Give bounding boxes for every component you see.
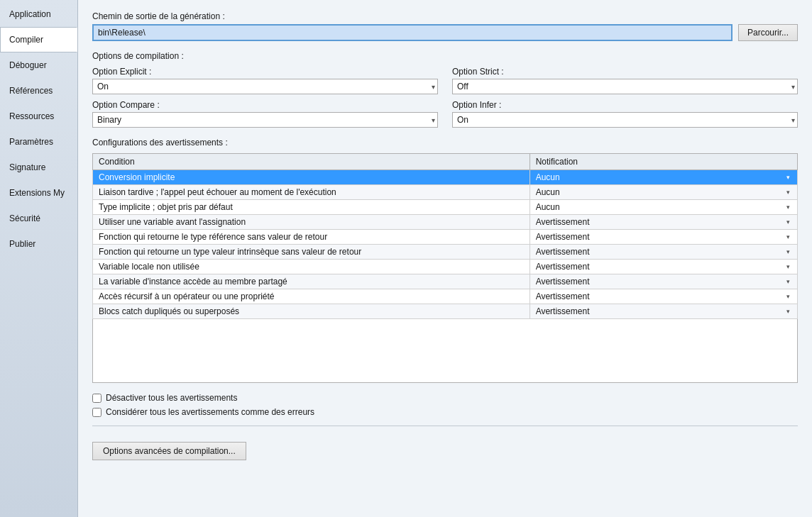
notification-cell[interactable]: AucunAvertissementErreur▾ xyxy=(530,245,797,260)
sidebar-item-debugger[interactable]: Déboguer xyxy=(0,52,77,78)
notification-cell[interactable]: AucunAvertissementErreur▾ xyxy=(530,304,797,319)
notification-select[interactable]: AucunAvertissementErreur xyxy=(536,291,791,301)
notification-select[interactable]: AucunAvertissementErreur xyxy=(536,247,791,257)
notification-select[interactable]: AucunAvertissementErreur xyxy=(536,172,791,182)
option-infer-label: Option Infer : xyxy=(452,100,798,110)
option-strict-select-wrapper: Off On ▾ xyxy=(452,79,798,94)
table-row[interactable]: Utiliser une variable avant l'assignatio… xyxy=(93,215,798,230)
path-input[interactable] xyxy=(92,24,733,41)
notification-select-wrapper: AucunAvertissementErreur▾ xyxy=(536,172,791,182)
table-row[interactable]: Accès récursif à un opérateur ou une pro… xyxy=(93,289,798,304)
option-explicit-select-wrapper: On Off ▾ xyxy=(92,79,438,94)
th-condition: Condition xyxy=(93,154,530,170)
browse-button[interactable]: Parcourir... xyxy=(738,24,798,41)
notification-cell[interactable]: AucunAvertissementErreur▾ xyxy=(530,274,797,289)
option-infer-select[interactable]: On Off xyxy=(452,112,798,128)
notification-select-wrapper: AucunAvertissementErreur▾ xyxy=(536,247,791,257)
notification-select-wrapper: AucunAvertissementErreur▾ xyxy=(536,291,791,301)
table-row[interactable]: Conversion impliciteAucunAvertissementEr… xyxy=(93,170,798,185)
option-strict-select[interactable]: Off On xyxy=(452,79,798,94)
condition-cell: La variable d'instance accède au membre … xyxy=(93,274,530,289)
path-group: Chemin de sortie de la génération : Parc… xyxy=(92,11,798,41)
sidebar-item-parameters[interactable]: Paramètres xyxy=(0,129,77,155)
treat-as-errors-label[interactable]: Considérer tous les avertissements comme… xyxy=(106,407,314,417)
sidebar-item-compiler[interactable]: Compiler xyxy=(0,27,77,52)
condition-cell: Variable locale non utilisée xyxy=(93,260,530,274)
notification-select[interactable]: AucunAvertissementErreur xyxy=(536,262,791,272)
option-compare-select-wrapper: Binary Text ▾ xyxy=(92,112,438,128)
notification-select-wrapper: AucunAvertissementErreur▾ xyxy=(536,187,791,197)
notification-select[interactable]: AucunAvertissementErreur xyxy=(536,306,791,316)
condition-cell: Fonction qui retourne le type référence … xyxy=(93,230,530,245)
option-explicit-label: Option Explicit : xyxy=(92,67,438,77)
notification-cell[interactable]: AucunAvertissementErreur▾ xyxy=(530,260,797,274)
notification-select-wrapper: AucunAvertissementErreur▾ xyxy=(536,262,791,272)
option-strict-row: Option Strict : Off On ▾ xyxy=(452,67,798,94)
notification-select[interactable]: AucunAvertissementErreur xyxy=(536,277,791,287)
notification-select-wrapper: AucunAvertissementErreur▾ xyxy=(536,232,791,242)
notification-select-wrapper: AucunAvertissementErreur▾ xyxy=(536,202,791,212)
table-row[interactable]: Type implicite ; objet pris par défautAu… xyxy=(93,200,798,215)
notification-select-wrapper: AucunAvertissementErreur▾ xyxy=(536,217,791,227)
condition-cell: Fonction qui retourne un type valeur int… xyxy=(93,245,530,260)
notification-cell[interactable]: AucunAvertissementErreur▾ xyxy=(530,200,797,215)
table-row[interactable]: Variable locale non utiliséeAucunAvertis… xyxy=(93,260,798,274)
table-row[interactable]: La variable d'instance accède au membre … xyxy=(93,274,798,289)
condition-cell: Blocs catch dupliqués ou superposés xyxy=(93,304,530,319)
path-row: Parcourir... xyxy=(92,24,798,41)
sidebar-item-extensions[interactable]: Extensions My xyxy=(0,180,77,206)
treat-as-errors-row: Considérer tous les avertissements comme… xyxy=(92,407,798,417)
option-compare-row: Option Compare : Binary Text ▾ xyxy=(92,100,438,128)
treat-as-errors-checkbox[interactable] xyxy=(92,408,102,417)
sidebar: Application Compiler Déboguer Références… xyxy=(0,0,78,517)
compilation-options-title: Options de compilation : xyxy=(92,51,798,61)
disable-all-label[interactable]: Désactiver tous les avertissements xyxy=(106,393,237,403)
sidebar-item-resources[interactable]: Ressources xyxy=(0,104,77,129)
table-row[interactable]: Fonction qui retourne un type valeur int… xyxy=(93,245,798,260)
notification-cell[interactable]: AucunAvertissementErreur▾ xyxy=(530,170,797,185)
notification-select[interactable]: AucunAvertissementErreur xyxy=(536,187,791,197)
sidebar-item-signature[interactable]: Signature xyxy=(0,155,77,180)
disable-warnings-row: Désactiver tous les avertissements xyxy=(92,393,798,403)
options-grid: Option Explicit : On Off ▾ Option Strict… xyxy=(92,67,798,128)
condition-cell: Conversion implicite xyxy=(93,170,530,185)
warnings-title: Configurations des avertissements : xyxy=(92,138,798,148)
option-infer-select-wrapper: On Off ▾ xyxy=(452,112,798,128)
sidebar-item-application[interactable]: Application xyxy=(0,1,77,27)
condition-cell: Type implicite ; objet pris par défaut xyxy=(93,200,530,215)
disable-all-checkbox[interactable] xyxy=(92,394,102,403)
option-compare-select[interactable]: Binary Text xyxy=(92,112,438,128)
table-row[interactable]: Blocs catch dupliqués ou superposésAucun… xyxy=(93,304,798,319)
option-infer-row: Option Infer : On Off ▾ xyxy=(452,100,798,128)
th-notification: Notification xyxy=(530,154,797,170)
warnings-table: Condition Notification Conversion implic… xyxy=(92,153,798,319)
table-row[interactable]: Fonction qui retourne le type référence … xyxy=(93,230,798,245)
notification-cell[interactable]: AucunAvertissementErreur▾ xyxy=(530,185,797,200)
warnings-section: Configurations des avertissements : Cond… xyxy=(92,138,798,383)
condition-cell: Utiliser une variable avant l'assignatio… xyxy=(93,215,530,230)
condition-cell: Liaison tardive ; l'appel peut échouer a… xyxy=(93,185,530,200)
notification-select-wrapper: AucunAvertissementErreur▾ xyxy=(536,306,791,316)
path-label: Chemin de sortie de la génération : xyxy=(92,11,798,21)
condition-cell: Accès récursif à un opérateur ou une pro… xyxy=(93,289,530,304)
notification-cell[interactable]: AucunAvertissementErreur▾ xyxy=(530,215,797,230)
option-explicit-row: Option Explicit : On Off ▾ xyxy=(92,67,438,94)
table-row[interactable]: Liaison tardive ; l'appel peut échouer a… xyxy=(93,185,798,200)
notification-select[interactable]: AucunAvertissementErreur xyxy=(536,202,791,212)
notification-cell[interactable]: AucunAvertissementErreur▾ xyxy=(530,230,797,245)
sidebar-item-publish[interactable]: Publier xyxy=(0,231,77,257)
notification-select-wrapper: AucunAvertissementErreur▾ xyxy=(536,277,791,287)
option-explicit-select[interactable]: On Off xyxy=(92,79,438,94)
advanced-compilation-button[interactable]: Options avancées de compilation... xyxy=(92,442,246,460)
option-compare-label: Option Compare : xyxy=(92,100,438,110)
option-strict-label: Option Strict : xyxy=(452,67,798,77)
notification-select[interactable]: AucunAvertissementErreur xyxy=(536,232,791,242)
notification-cell[interactable]: AucunAvertissementErreur▾ xyxy=(530,289,797,304)
notification-select[interactable]: AucunAvertissementErreur xyxy=(536,217,791,227)
divider xyxy=(92,426,798,426)
sidebar-item-security[interactable]: Sécurité xyxy=(0,206,77,231)
main-panel: Chemin de sortie de la génération : Parc… xyxy=(78,0,812,517)
sidebar-item-references[interactable]: Références xyxy=(0,78,77,104)
empty-table-area xyxy=(92,319,798,383)
